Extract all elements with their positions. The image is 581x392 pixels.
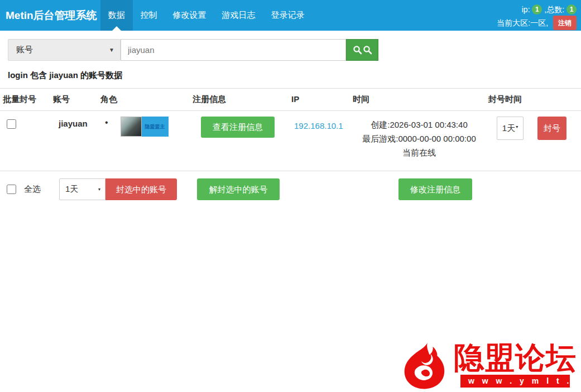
bulk-actions-bar: 全选 1天 ▾ 封选中的账号 解封选中的账号 修改注册信息 <box>7 178 581 200</box>
nav-item-data[interactable]: 数据 <box>100 0 133 31</box>
cell-time: 创建:2026-03-01 00:43:40 最后游戏:0000-00-00 0… <box>350 117 486 159</box>
nav-item-label: 控制 <box>141 10 157 21</box>
bulk-ban-duration-select[interactable]: 1天 ▾ <box>59 178 105 200</box>
search-category-select[interactable]: 账号 ▼ <box>8 39 121 61</box>
navbar-status: ip: 1 ,总数: 1 当前大区:一区, 注销 <box>497 0 581 31</box>
region-label: 当前大区:一区, <box>497 18 548 27</box>
nav-item-label: 登录记录 <box>271 10 305 21</box>
row-checkbox[interactable] <box>7 119 16 129</box>
header-ip: IP <box>289 89 350 110</box>
total-count-badge: 1 <box>566 4 577 14</box>
ip-label: ip: <box>522 5 530 14</box>
header-register-info: 注册信息 <box>190 89 289 110</box>
search-button[interactable] <box>346 39 378 61</box>
time-last-game: 最后游戏:0000-00-00 00:00:00 <box>353 132 486 146</box>
active-tab-caret-icon <box>112 26 121 31</box>
admin-page: Metin后台管理系统 数据 控制 修改设置 游戏日志 登录记录 ip: 1 <box>0 0 581 392</box>
header-batch-ban: 批量封号 <box>0 89 50 110</box>
status-line-counts: ip: 1 ,总数: 1 <box>497 3 577 16</box>
search-icon <box>353 45 362 55</box>
nav-item-login-records[interactable]: 登录记录 <box>263 0 313 31</box>
nav-item-control[interactable]: 控制 <box>133 0 165 31</box>
bulk-ban-duration-value: 1天 <box>65 184 78 195</box>
site-watermark: 隐盟论坛 w w w . y m l t . v i p <box>399 342 577 390</box>
nav-item-label: 数据 <box>108 10 125 21</box>
table-header-row: 批量封号 账号 角色 注册信息 IP 时间 封号时间 <box>0 88 581 111</box>
unban-selected-button[interactable]: 解封选中的账号 <box>197 178 280 200</box>
modify-register-info-button[interactable]: 修改注册信息 <box>398 178 472 200</box>
ban-duration-select[interactable]: 1天 ▾ <box>497 117 524 140</box>
cell-account: jiayuan <box>50 117 98 159</box>
header-account: 账号 <box>50 89 98 110</box>
search-category-value: 账号 <box>16 45 33 55</box>
nav-item-label: 游戏日志 <box>222 10 256 21</box>
total-label: ,总数: <box>544 5 564 14</box>
ip-link[interactable]: 192.168.10.1 <box>291 117 343 130</box>
status-line-region: 当前大区:一区, 注销 <box>497 16 577 30</box>
select-all-checkbox[interactable] <box>7 185 16 194</box>
search-icon <box>363 45 372 55</box>
nav-item-game-log[interactable]: 游戏日志 <box>214 0 263 31</box>
accounts-table: 批量封号 账号 角色 注册信息 IP 时间 封号时间 jiayuan • 隐盟盟… <box>0 88 581 171</box>
chevron-down-icon: ▾ <box>98 187 100 192</box>
search-bar: 账号 ▼ <box>8 39 581 61</box>
ban-button[interactable]: 封号 <box>537 117 566 140</box>
select-all-label: 全选 <box>24 184 41 195</box>
top-navbar: Metin后台管理系统 数据 控制 修改设置 游戏日志 登录记录 ip: 1 <box>0 0 581 31</box>
nav-item-settings[interactable]: 修改设置 <box>165 0 214 31</box>
nav-item-label: 修改设置 <box>173 10 207 21</box>
character-avatar[interactable] <box>121 117 142 137</box>
main-menu: 数据 控制 修改设置 游戏日志 登录记录 <box>100 0 313 31</box>
watermark-text-block: 隐盟论坛 w w w . y m l t . v i p <box>454 342 577 388</box>
header-role: 角色 <box>98 89 190 110</box>
ip-count-badge: 1 <box>532 4 542 14</box>
logout-button[interactable]: 注销 <box>553 16 577 30</box>
cell-ip: 192.168.10.1 <box>289 117 350 159</box>
result-summary: login 包含 jiayuan 的账号数据 <box>8 70 581 81</box>
online-status: 当前在线 <box>353 146 486 159</box>
forum-logo-icon <box>399 342 449 390</box>
header-ban-time: 封号时间 <box>486 89 581 110</box>
chevron-down-icon: ▼ <box>109 47 114 53</box>
role-bullet: • <box>105 118 108 128</box>
table-row: jiayuan • 隐盟盟主 查看注册信息 192.168.10.1 创建:20… <box>0 111 581 171</box>
view-register-info-button[interactable]: 查看注册信息 <box>201 117 275 138</box>
account-name: jiayuan <box>53 117 98 128</box>
time-created: 创建:2026-03-01 00:43:40 <box>353 118 486 132</box>
ban-duration-value: 1天 <box>502 123 515 134</box>
cell-register-info: 查看注册信息 <box>190 117 289 159</box>
chevron-down-icon: ▾ <box>516 124 518 129</box>
header-time: 时间 <box>350 89 486 110</box>
search-input[interactable] <box>121 39 346 61</box>
cell-batch-ban <box>0 117 50 159</box>
role-tag-badge[interactable]: 隐盟盟主 <box>142 117 169 137</box>
ban-selected-button[interactable]: 封选中的账号 <box>105 178 177 200</box>
watermark-title: 隐盟论坛 <box>454 342 577 374</box>
cell-role: • 隐盟盟主 <box>98 117 190 159</box>
cell-ban-time: 1天 ▾ 封号 <box>486 117 581 159</box>
brand-title: Metin后台管理系统 <box>0 0 100 31</box>
watermark-url: w w w . y m l t . v i p <box>460 375 570 388</box>
